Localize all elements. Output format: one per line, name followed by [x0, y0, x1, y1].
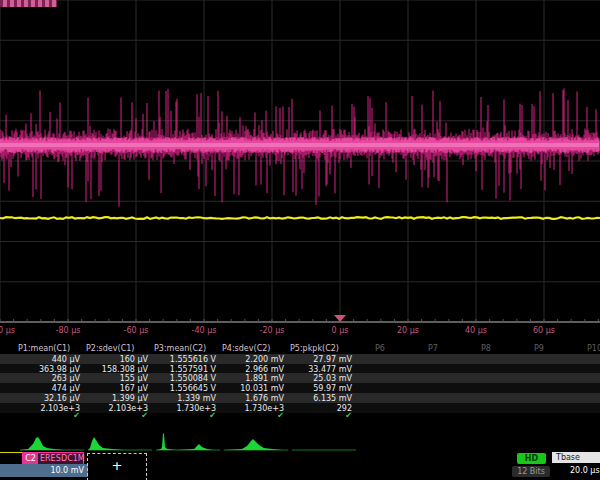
meas-row-mean: 363.98 µV158.308 µV1.557591 V2.966 mV33.… [0, 364, 600, 374]
c2-scale-value: 10.0 mV [22, 464, 88, 477]
x-axis-label: -100 µs [0, 326, 15, 335]
meas-status-row: ✔✔✔✔✔ [0, 412, 600, 422]
meas-header-dim-P8[interactable]: P8 [481, 344, 491, 353]
meas-min-p5: 25.03 mV [290, 374, 352, 383]
timebase-value: 20.0 µs [570, 465, 600, 477]
meas-mean-p1: 363.98 µV [18, 365, 80, 374]
meas-header-5[interactable]: P5:pkpk(C2) [290, 344, 339, 353]
c2-eres-badge: ERES [40, 454, 61, 463]
hd-mode-badge: HD [517, 453, 546, 464]
histicon-P3 [156, 433, 220, 450]
meas-value-p1: 440 µV [18, 355, 80, 364]
meas-sdev-p3: 1.339 mV [154, 394, 216, 403]
parameter-histicons [0, 424, 600, 456]
meas-header-dim-P10[interactable]: P10 [587, 344, 600, 353]
x-axis-label: 60 µs [533, 326, 555, 335]
x-axis-label: 40 µs [465, 326, 487, 335]
meas-mean-p4: 2.966 mV [222, 365, 284, 374]
meas-value-p3: 1.555616 V [154, 355, 216, 364]
x-axis-label: 0 µs [332, 326, 349, 335]
x-axis-label: -20 µs [260, 326, 285, 335]
meas-value-p2: 160 µV [86, 355, 148, 364]
meas-header-dim-P7[interactable]: P7 [428, 344, 438, 353]
timebase-descriptor[interactable]: Tbase [552, 452, 600, 463]
histicon-P1 [20, 437, 84, 450]
trigger-time-marker[interactable] [334, 315, 346, 322]
meas-header-3[interactable]: P3:mean(C2) [154, 344, 206, 353]
meas-row-value: 440 µV160 µV1.555616 V2.200 mV27.97 mV [0, 354, 600, 364]
meas-header-dim-P6[interactable]: P6 [375, 344, 385, 353]
meas-max-p3: 1.556645 V [154, 384, 216, 393]
measurement-table: P1:mean(C1)P2:sdev(C1)P3:mean(C2)P4:sdev… [0, 344, 600, 424]
meas-mean-p2: 158.308 µV [86, 365, 148, 374]
histicon-P4 [224, 439, 288, 450]
meas-min-p2: 155 µV [86, 374, 148, 383]
x-axis-label: -80 µs [56, 326, 81, 335]
c2-coupling-badge: DC1M [61, 454, 85, 463]
meas-value-p4: 2.200 mV [222, 355, 284, 364]
meas-max-p2: 167 µV [86, 384, 148, 393]
meas-min-p4: 1.891 mV [222, 374, 284, 383]
meas-max-p1: 474 µV [18, 384, 80, 393]
status-check-icon-p3: ✔ [154, 411, 216, 420]
meas-header-2[interactable]: P2:sdev(C1) [86, 344, 134, 353]
x-axis-label: 20 µs [397, 326, 419, 335]
meas-mean-p5: 33.477 mV [290, 365, 352, 374]
status-check-icon-p4: ✔ [222, 411, 284, 420]
meas-mean-p3: 1.557591 V [154, 365, 216, 374]
meas-sdev-p4: 1.676 mV [222, 394, 284, 403]
meas-row-max: 474 µV167 µV1.556645 V10.031 mV59.97 mV [0, 383, 600, 393]
meas-value-p5: 27.97 mV [290, 355, 352, 364]
c2-label: C2 [23, 453, 38, 464]
x-axis-label: -60 µs [124, 326, 149, 335]
status-check-icon-p2: ✔ [86, 411, 148, 420]
meas-row-min: 263 µV155 µV1.550084 V1.891 mV25.03 mV [0, 373, 600, 383]
meas-header-dim-P9[interactable]: P9 [534, 344, 544, 353]
meas-sdev-p2: 1.399 µV [86, 394, 148, 403]
meas-sdev-p1: 32.16 µV [18, 394, 80, 403]
oscilloscope-screen: -100 µs-80 µs-60 µs-40 µs-20 µs0 µs20 µs… [0, 0, 600, 480]
hd-bits-label: 12 Bits [512, 466, 550, 477]
histicon-P2 [88, 437, 152, 450]
status-check-icon-p1: ✔ [18, 411, 80, 420]
meas-sdev-p5: 6.135 mV [290, 394, 352, 403]
add-trace-button[interactable]: + [87, 453, 147, 480]
meas-min-p3: 1.550084 V [154, 374, 216, 383]
plus-icon: + [112, 458, 123, 473]
status-check-icon-p5: ✔ [290, 411, 352, 420]
meas-header-1[interactable]: P1:mean(C1) [18, 344, 70, 353]
meas-max-p5: 59.97 mV [290, 384, 352, 393]
truncated-header-label [0, 0, 57, 7]
meas-row-sdev: 32.16 µV1.399 µV1.339 mV1.676 mV6.135 mV [0, 393, 600, 403]
meas-max-p4: 10.031 mV [222, 384, 284, 393]
meas-header-row: P1:mean(C1)P2:sdev(C1)P3:mean(C2)P4:sdev… [0, 344, 600, 354]
waveform-grid: -100 µs-80 µs-60 µs-40 µs-20 µs0 µs20 µs… [0, 0, 600, 340]
meas-min-p1: 263 µV [18, 374, 80, 383]
x-axis-label: -40 µs [192, 326, 217, 335]
meas-header-4[interactable]: P4:sdev(C2) [222, 344, 270, 353]
